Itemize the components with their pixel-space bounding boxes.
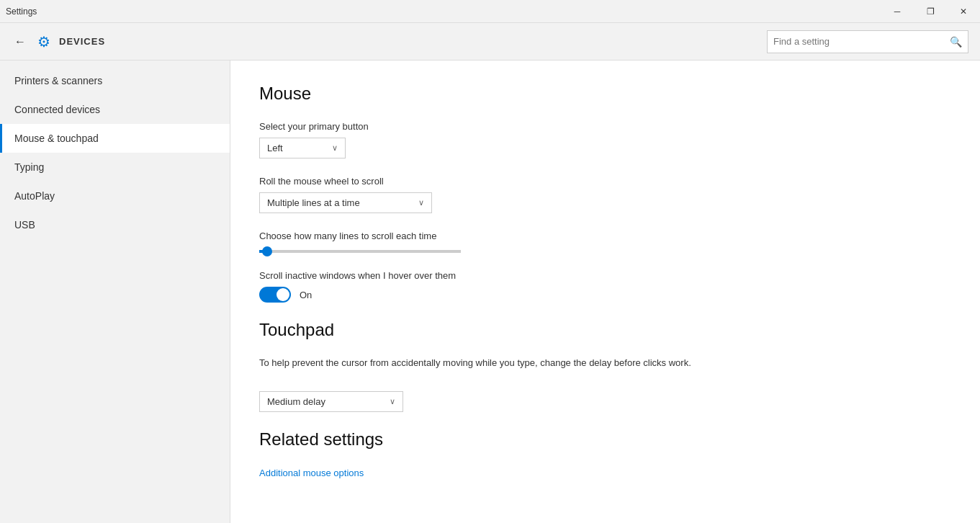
touchpad-description: To help prevent the cursor from accident… [259,357,951,368]
titlebar-left: Settings [6,6,37,17]
toggle-knob [277,288,289,301]
scroll-lines-slider-container [259,250,951,253]
app-header: ← ⚙ DEVICES 🔍 [0,23,980,61]
delay-chevron: ∨ [390,397,395,406]
search-input[interactable] [773,36,950,47]
touchpad-section-title: Touchpad [259,320,951,340]
sidebar: Printers & scanners Connected devices Mo… [0,61,230,523]
additional-mouse-options-link[interactable]: Additional mouse options [259,468,364,478]
slider-track [259,250,461,253]
minimize-button[interactable]: ─ [881,0,914,23]
sidebar-item-mouse[interactable]: Mouse & touchpad [0,124,230,153]
sidebar-item-connected[interactable]: Connected devices [0,95,230,124]
scroll-dropdown[interactable]: Multiple lines at a time ∨ [259,192,432,213]
search-box[interactable]: 🔍 [767,30,968,53]
primary-button-value: Left [267,143,283,153]
inactive-scroll-toggle-row: On [259,287,951,303]
close-button[interactable]: ✕ [947,0,980,23]
sidebar-item-typing[interactable]: Typing [0,153,230,182]
gear-icon: ⚙ [37,33,50,50]
sidebar-item-usb[interactable]: USB [0,210,230,239]
app-title: DEVICES [59,36,105,47]
scroll-chevron: ∨ [418,198,424,207]
delay-value: Medium delay [267,396,325,407]
primary-button-dropdown[interactable]: Left ∨ [259,138,346,158]
titlebar: Settings ─ ❐ ✕ [0,0,980,23]
main-content: Mouse Select your primary button Left ∨ … [230,61,980,523]
related-settings-title: Related settings [259,429,951,450]
back-button[interactable]: ← [12,32,29,51]
slider-thumb[interactable] [262,246,272,256]
app-header-left: ← ⚙ DEVICES [12,32,105,51]
back-icon: ← [14,35,26,48]
restore-button[interactable]: ❐ [914,0,947,23]
mouse-section-title: Mouse [259,84,951,104]
sidebar-item-autoplay[interactable]: AutoPlay [0,182,230,210]
scroll-label: Roll the mouse wheel to scroll [259,176,951,187]
scroll-value: Multiple lines at a time [267,197,360,208]
titlebar-title: Settings [6,6,37,17]
layout: Printers & scanners Connected devices Mo… [0,61,980,523]
scroll-lines-label: Choose how many lines to scroll each tim… [259,231,951,241]
search-icon: 🔍 [950,36,962,48]
toggle-state-label: On [300,290,312,300]
primary-button-chevron: ∨ [332,143,338,153]
sidebar-item-printers[interactable]: Printers & scanners [0,66,230,95]
delay-dropdown[interactable]: Medium delay ∨ [259,391,403,412]
titlebar-controls: ─ ❐ ✕ [881,0,980,23]
primary-button-label: Select your primary button [259,121,951,132]
inactive-scroll-label: Scroll inactive windows when I hover ove… [259,270,951,281]
inactive-scroll-toggle[interactable] [259,287,291,303]
